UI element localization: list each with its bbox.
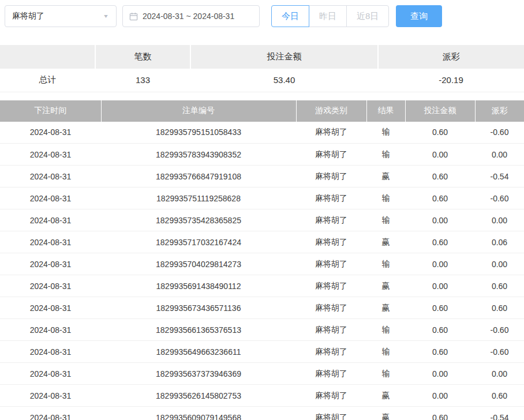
cell-game-type: 麻将胡了: [296, 319, 366, 341]
cell-payout: -0.60: [475, 187, 524, 209]
cell-payout: 0.00: [475, 144, 524, 166]
table-row: 2024-08-31 1829935795151058433 麻将胡了 输 0.…: [0, 122, 524, 144]
table-row: 2024-08-31 1829935609079149568 麻将胡了 赢 0.…: [0, 407, 524, 420]
cell-bet-amount: 0.60: [405, 166, 475, 187]
date-range-picker[interactable]: 2024-08-31 ~ 2024-08-31: [122, 5, 260, 27]
header-bet-amount: 投注金额: [405, 100, 475, 122]
cell-bet-amount: 0.00: [405, 363, 475, 385]
table-row: 2024-08-31 1829935704029814273 麻将胡了 输 0.…: [0, 253, 524, 275]
cell-game-type: 麻将胡了: [296, 253, 366, 275]
cell-game-type: 麻将胡了: [296, 144, 366, 166]
cell-bet-amount: 0.60: [405, 297, 475, 319]
cell-bet-amount: 0.60: [405, 122, 475, 144]
cell-game-type: 麻将胡了: [296, 231, 366, 253]
cell-game-type: 麻将胡了: [296, 187, 366, 209]
cell-bet-amount: 0.00: [405, 209, 475, 231]
table-row: 2024-08-31 1829935735428365825 麻将胡了 输 0.…: [0, 209, 524, 231]
cell-bet-amount: 0.00: [405, 144, 475, 166]
cell-bet-time: 2024-08-31: [0, 341, 101, 363]
cell-game-type: 麻将胡了: [296, 122, 366, 144]
cell-bet-id: 1829935673436571136: [101, 297, 296, 319]
game-select[interactable]: 麻将胡了 ▼: [5, 5, 117, 27]
table-row: 2024-08-31 1829935766847919108 麻将胡了 赢 0.…: [0, 166, 524, 187]
cell-bet-id: 1829935704029814273: [101, 253, 296, 275]
cell-bet-time: 2024-08-31: [0, 297, 101, 319]
table-row: 2024-08-31 1829935751119258628 麻将胡了 输 0.…: [0, 187, 524, 209]
cell-result: 输: [366, 341, 405, 363]
table-row: 2024-08-31 1829935626145802753 麻将胡了 赢 0.…: [0, 385, 524, 407]
cell-bet-amount: 0.60: [405, 341, 475, 363]
cell-result: 赢: [366, 407, 405, 420]
cell-bet-time: 2024-08-31: [0, 209, 101, 231]
bets-table: 下注时间 注单编号 游戏类别 结果 投注金额 派彩 2024-08-31 182…: [0, 100, 524, 420]
cell-payout: -0.54: [475, 407, 524, 420]
cell-payout: 0.00: [475, 253, 524, 275]
cell-bet-time: 2024-08-31: [0, 166, 101, 187]
cell-bet-time: 2024-08-31: [0, 122, 101, 144]
table-row: 2024-08-31 1829935691438490112 麻将胡了 赢 0.…: [0, 275, 524, 297]
header-result: 结果: [366, 100, 405, 122]
table-row: 2024-08-31 1829935783943908352 麻将胡了 输 0.…: [0, 144, 524, 166]
cell-bet-id: 1829935661365376513: [101, 319, 296, 341]
cell-bet-id: 1829935637373946369: [101, 363, 296, 385]
search-button[interactable]: 查询: [396, 5, 442, 27]
cell-bet-id: 1829935626145802753: [101, 385, 296, 407]
header-payout: 派彩: [475, 100, 524, 122]
cell-bet-id: 1829935751119258628: [101, 187, 296, 209]
cell-bet-amount: 0.60: [405, 319, 475, 341]
table-row: 2024-08-31 1829935661365376513 麻将胡了 输 0.…: [0, 319, 524, 341]
cell-game-type: 麻将胡了: [296, 297, 366, 319]
cell-bet-time: 2024-08-31: [0, 275, 101, 297]
cell-payout: -0.54: [475, 166, 524, 187]
summary-count-value: 133: [95, 69, 190, 92]
cell-game-type: 麻将胡了: [296, 166, 366, 187]
toolbar: 麻将胡了 ▼ 2024-08-31 ~ 2024-08-31 今日 昨日 近8日…: [0, 0, 524, 32]
cell-payout: 0.00: [475, 363, 524, 385]
cell-payout: 0.60: [475, 297, 524, 319]
cell-bet-amount: 0.00: [405, 253, 475, 275]
cell-result: 输: [366, 122, 405, 144]
cell-bet-id: 1829935649663236611: [101, 341, 296, 363]
date-range-value: 2024-08-31 ~ 2024-08-31: [143, 12, 234, 21]
header-bet-time: 下注时间: [0, 100, 101, 122]
cell-game-type: 麻将胡了: [296, 209, 366, 231]
cell-payout: -0.60: [475, 319, 524, 341]
summary-header-payout: 派彩: [378, 45, 524, 69]
cell-bet-amount: 0.60: [405, 187, 475, 209]
cell-bet-id: 1829935766847919108: [101, 166, 296, 187]
cell-result: 输: [366, 187, 405, 209]
cell-bet-id: 1829935783943908352: [101, 144, 296, 166]
summary-header-count: 笔数: [95, 45, 190, 69]
cell-result: 赢: [366, 231, 405, 253]
yesterday-button[interactable]: 昨日: [309, 5, 347, 27]
cell-game-type: 麻将胡了: [296, 407, 366, 420]
cell-game-type: 麻将胡了: [296, 341, 366, 363]
cell-bet-time: 2024-08-31: [0, 363, 101, 385]
summary-payout-value: -20.19: [378, 69, 524, 92]
calendar-icon: [129, 12, 138, 21]
summary-header-bet-amount: 投注金额: [190, 45, 378, 69]
cell-bet-amount: 0.60: [405, 407, 475, 420]
summary-row: 总计 133 53.40 -20.19: [0, 69, 524, 92]
cell-bet-time: 2024-08-31: [0, 231, 101, 253]
cell-bet-time: 2024-08-31: [0, 253, 101, 275]
cell-bet-time: 2024-08-31: [0, 407, 101, 420]
summary-header-empty: [0, 45, 95, 69]
bets-table-header-row: 下注时间 注单编号 游戏类别 结果 投注金额 派彩: [0, 100, 524, 122]
cell-payout: 0.06: [475, 231, 524, 253]
last-8-days-button[interactable]: 近8日: [346, 5, 389, 27]
table-row: 2024-08-31 1829935637373946369 麻将胡了 输 0.…: [0, 363, 524, 385]
cell-payout: 0.00: [475, 209, 524, 231]
cell-bet-id: 1829935735428365825: [101, 209, 296, 231]
cell-game-type: 麻将胡了: [296, 275, 366, 297]
today-button[interactable]: 今日: [271, 5, 309, 27]
cell-payout: 0.60: [475, 275, 524, 297]
cell-game-type: 麻将胡了: [296, 363, 366, 385]
cell-bet-time: 2024-08-31: [0, 319, 101, 341]
summary-table: 笔数 投注金额 派彩 总计 133 53.40 -20.19: [0, 45, 524, 92]
cell-bet-id: 1829935717032167424: [101, 231, 296, 253]
summary-bet-amount-value: 53.40: [190, 69, 378, 92]
chevron-down-icon: ▼: [103, 13, 109, 19]
cell-result: 输: [366, 209, 405, 231]
cell-bet-id: 1829935795151058433: [101, 122, 296, 144]
